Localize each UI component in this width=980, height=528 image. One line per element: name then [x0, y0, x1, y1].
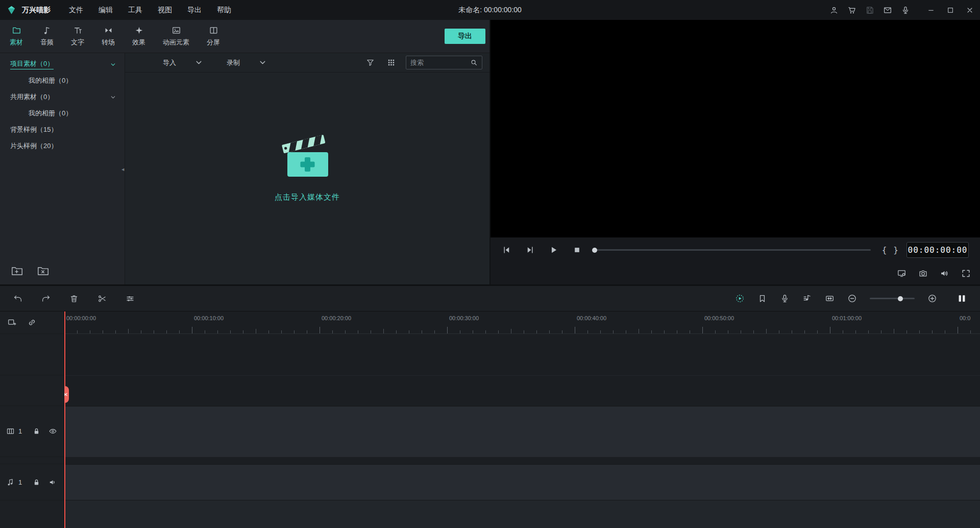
preview-timecode: 00:00:00:00	[906, 242, 969, 258]
menubar: 文件 编辑 工具 视图 导出 帮助	[69, 6, 231, 15]
seek-slider-handle[interactable]	[592, 248, 597, 253]
previous-frame-icon[interactable]	[502, 245, 511, 255]
timeline-lanes: 00:00:00:0000:00:10:0000:00:20:0000:00:3…	[64, 311, 980, 528]
lock-icon[interactable]	[32, 478, 41, 487]
link-icon[interactable]	[27, 318, 37, 327]
seek-slider[interactable]	[593, 249, 871, 251]
timeline-empty-area	[64, 500, 980, 528]
menu-view[interactable]: 视图	[158, 6, 172, 15]
chevron-down-icon[interactable]	[258, 58, 267, 67]
save-icon[interactable]	[865, 6, 874, 15]
record-button[interactable]: 录制	[227, 58, 240, 67]
chevron-down-icon[interactable]	[110, 61, 116, 68]
filmora-app: 万兴喵影 文件 编辑 工具 视图 导出 帮助 未命名: 00:00:00:00	[0, 0, 980, 528]
zoom-in-icon[interactable]	[927, 294, 937, 303]
filter-icon[interactable]	[366, 58, 375, 67]
menu-help[interactable]: 帮助	[217, 6, 231, 15]
add-to-track-icon[interactable]	[7, 318, 17, 327]
search-input[interactable]	[410, 59, 467, 66]
video-track-lane[interactable]	[64, 406, 980, 457]
delete-folder-icon[interactable]	[37, 266, 49, 276]
sidebar-item-label: 项目素材（0）	[10, 59, 54, 69]
zoom-to-fit-icon[interactable]	[825, 294, 835, 303]
tab-text[interactable]: 文字	[62, 26, 93, 47]
zoom-out-icon[interactable]	[847, 294, 857, 303]
volume-icon[interactable]	[940, 269, 949, 278]
display-settings-icon[interactable]	[897, 269, 906, 278]
tab-effects[interactable]: 效果	[124, 26, 154, 47]
panel-layout-icon[interactable]	[957, 294, 967, 303]
timeline-zoom-slider[interactable]	[870, 298, 915, 299]
track-header-toolbar	[0, 311, 64, 334]
ruler-tick	[536, 330, 537, 333]
minimize-icon[interactable]	[927, 6, 935, 14]
ruler-tick	[166, 330, 167, 333]
adjust-sliders-icon[interactable]	[126, 294, 135, 303]
ruler-tick	[307, 330, 307, 333]
snapshot-camera-icon[interactable]	[918, 269, 928, 278]
sidebar-item-my-album-1[interactable]: 我的相册（0）	[0, 73, 125, 89]
menu-tools[interactable]: 工具	[128, 6, 142, 15]
mail-icon[interactable]	[883, 6, 892, 15]
track-header-spacer	[0, 334, 64, 375]
search-box	[406, 56, 482, 69]
ruler-tick	[243, 330, 243, 333]
tab-elements[interactable]: 动画元素	[154, 26, 198, 47]
sidebar-item-intro-samples[interactable]: 片头样例（20）	[0, 138, 125, 154]
import-button[interactable]: 导入	[163, 58, 176, 67]
mark-out-icon[interactable]: }	[893, 245, 898, 255]
tab-audio[interactable]: 音频	[32, 26, 62, 47]
tab-splitscreen[interactable]: 分屏	[198, 26, 229, 47]
chevron-down-icon[interactable]	[110, 94, 116, 101]
ruler-tick	[549, 330, 550, 333]
document-title: 未命名: 00:00:00:00	[458, 6, 522, 15]
fullscreen-icon[interactable]	[961, 269, 971, 278]
mark-in-icon[interactable]: {	[882, 245, 887, 255]
timeline-ruler[interactable]: 00:00:00:0000:00:10:0000:00:20:0000:00:3…	[64, 311, 980, 334]
audio-mixer-icon[interactable]	[802, 294, 812, 303]
search-icon[interactable]	[470, 59, 478, 66]
main-area: 素材 音频 文字 转场	[0, 20, 980, 284]
delete-icon[interactable]	[69, 294, 79, 303]
sidebar-item-project-media[interactable]: 项目素材（0）	[0, 56, 125, 73]
tab-media[interactable]: 素材	[1, 26, 32, 47]
user-icon[interactable]	[829, 6, 839, 15]
playhead[interactable]	[64, 311, 65, 528]
next-frame-icon[interactable]	[525, 245, 535, 255]
play-icon[interactable]	[549, 245, 558, 255]
mute-speaker-icon[interactable]	[48, 478, 57, 487]
maximize-icon[interactable]	[946, 6, 954, 14]
playhead-split-handle[interactable]	[64, 386, 69, 403]
menu-file[interactable]: 文件	[69, 6, 83, 15]
menu-export[interactable]: 导出	[187, 6, 202, 15]
lock-icon[interactable]	[32, 427, 41, 436]
ruler-tick	[256, 329, 256, 333]
undo-icon[interactable]	[13, 294, 22, 303]
add-folder-icon[interactable]	[11, 266, 23, 276]
close-icon[interactable]	[966, 6, 974, 14]
ruler-tick	[894, 329, 894, 333]
sidebar-item-shared-media[interactable]: 共用素材（0）	[0, 89, 125, 105]
timeline-zoom-handle[interactable]	[898, 296, 903, 301]
import-clapperboard-icon[interactable]	[281, 131, 334, 178]
cart-icon[interactable]	[847, 6, 856, 15]
audio-track-lane[interactable]	[64, 464, 980, 500]
chevron-down-icon[interactable]	[194, 58, 203, 67]
split-scissors-icon[interactable]	[97, 294, 107, 303]
sidebar-item-my-album-2[interactable]: 我的相册（0）	[0, 105, 125, 122]
eye-icon[interactable]	[48, 427, 57, 436]
mic-icon[interactable]	[901, 6, 910, 15]
render-preview-icon[interactable]	[735, 294, 745, 303]
sidebar-item-background-samples[interactable]: 背景样例（15）	[0, 122, 125, 138]
sidebar-item-label: 我的相册（0）	[29, 109, 72, 118]
tab-transitions[interactable]: 转场	[93, 26, 124, 47]
marker-icon[interactable]	[757, 294, 767, 303]
redo-icon[interactable]	[41, 294, 51, 303]
export-button[interactable]: 导出	[445, 29, 485, 44]
voiceover-mic-icon[interactable]	[780, 294, 790, 303]
menu-edit[interactable]: 编辑	[99, 6, 113, 15]
split-screen-icon	[209, 26, 218, 35]
collapse-sidebar-icon[interactable]: ◂	[121, 165, 125, 172]
grid-view-icon[interactable]	[387, 58, 396, 67]
stop-icon[interactable]	[572, 245, 582, 255]
